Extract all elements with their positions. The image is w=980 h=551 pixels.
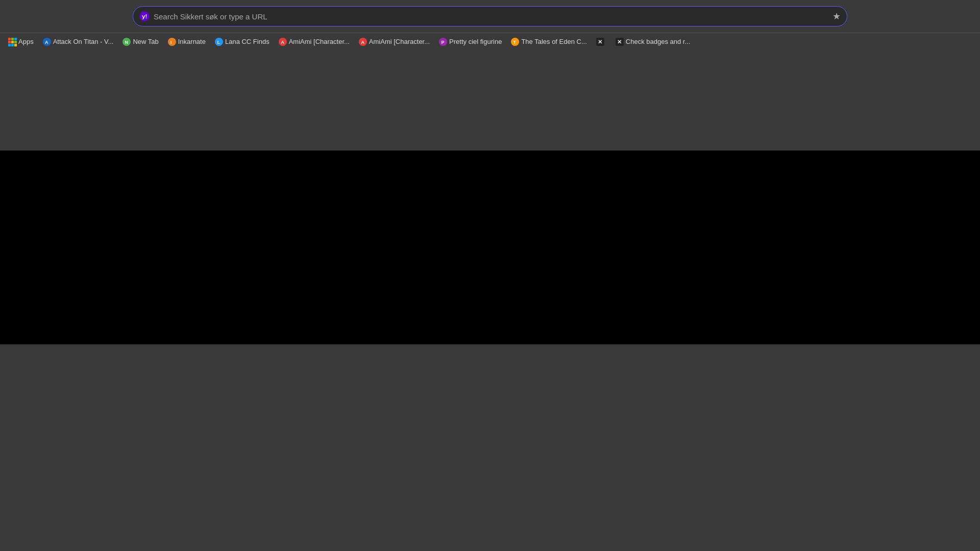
- svg-text:A: A: [361, 40, 364, 45]
- amiami-1-icon: A: [279, 38, 287, 46]
- bookmark-check-badges[interactable]: ✕ Check badges and r...: [611, 36, 694, 47]
- bookmark-new-tab[interactable]: N New Tab: [118, 36, 162, 47]
- yahoo-icon: y!: [139, 11, 150, 21]
- bookmark-lana-cc[interactable]: L Lana CC Finds: [211, 36, 274, 47]
- address-bar-text: Search Sikkert søk or type a URL: [154, 12, 828, 21]
- pretty-ciel-icon: P: [439, 38, 447, 46]
- bookmark-attack-on-titan-label: Attack On Titan - V...: [53, 38, 114, 45]
- bookmark-pretty-ciel-label: Pretty ciel figurine: [449, 38, 502, 45]
- chrome-content-area: [0, 50, 980, 151]
- bookmark-x-1[interactable]: ✕: [592, 36, 610, 47]
- svg-text:N: N: [125, 40, 129, 45]
- bookmark-pretty-ciel[interactable]: P Pretty ciel figurine: [435, 36, 506, 47]
- x-1-icon: ✕: [596, 38, 604, 46]
- address-bar-row: y! Search Sikkert søk or type a URL ★: [0, 0, 980, 33]
- attack-on-titan-icon: A: [43, 38, 51, 46]
- inkarnate-icon: I: [168, 38, 176, 46]
- bookmark-apps-label: Apps: [18, 38, 34, 45]
- svg-text:y!: y!: [142, 13, 147, 19]
- bookmark-new-tab-label: New Tab: [133, 38, 158, 45]
- svg-text:T: T: [513, 40, 517, 45]
- bookmark-check-badges-label: Check badges and r...: [626, 38, 690, 45]
- bookmark-star-icon[interactable]: ★: [832, 11, 841, 22]
- amiami-2-icon: A: [359, 38, 367, 46]
- svg-text:A: A: [281, 40, 284, 45]
- bookmark-attack-on-titan[interactable]: A Attack On Titan - V...: [39, 36, 118, 47]
- lana-cc-icon: L: [215, 38, 223, 46]
- browser-chrome: y! Search Sikkert søk or type a URL ★ Ap…: [0, 0, 980, 151]
- page-content-black: [0, 151, 980, 344]
- bookmark-amiami-1-label: AmiAmi [Character...: [289, 38, 350, 45]
- bookmark-lana-cc-label: Lana CC Finds: [225, 38, 270, 45]
- svg-text:L: L: [217, 40, 220, 45]
- address-bar[interactable]: y! Search Sikkert søk or type a URL ★: [133, 6, 847, 27]
- bookmarks-bar: Apps A Attack On Titan - V... N New Tab …: [0, 33, 980, 50]
- bookmark-apps[interactable]: Apps: [4, 36, 38, 47]
- svg-text:A: A: [45, 40, 48, 45]
- bookmark-amiami-2-label: AmiAmi [Character...: [369, 38, 430, 45]
- bookmark-tales-of-eden-label: The Tales of Eden C...: [521, 38, 586, 45]
- bookmark-inkarnate[interactable]: I Inkarnate: [164, 36, 210, 47]
- check-badges-icon: ✕: [616, 38, 624, 46]
- tales-of-eden-icon: T: [511, 38, 519, 46]
- bookmark-tales-of-eden[interactable]: T The Tales of Eden C...: [507, 36, 591, 47]
- bookmark-inkarnate-label: Inkarnate: [178, 38, 206, 45]
- svg-text:✕: ✕: [598, 39, 602, 45]
- bookmark-amiami-1[interactable]: A AmiAmi [Character...: [275, 36, 354, 47]
- bookmark-amiami-2[interactable]: A AmiAmi [Character...: [355, 36, 434, 47]
- svg-text:✕: ✕: [617, 39, 622, 45]
- apps-grid-icon: [8, 38, 16, 46]
- svg-text:P: P: [442, 40, 445, 45]
- new-tab-icon: N: [122, 38, 131, 46]
- svg-text:I: I: [170, 40, 172, 45]
- svg-point-6: [168, 38, 176, 46]
- bottom-chrome-area: [0, 344, 980, 551]
